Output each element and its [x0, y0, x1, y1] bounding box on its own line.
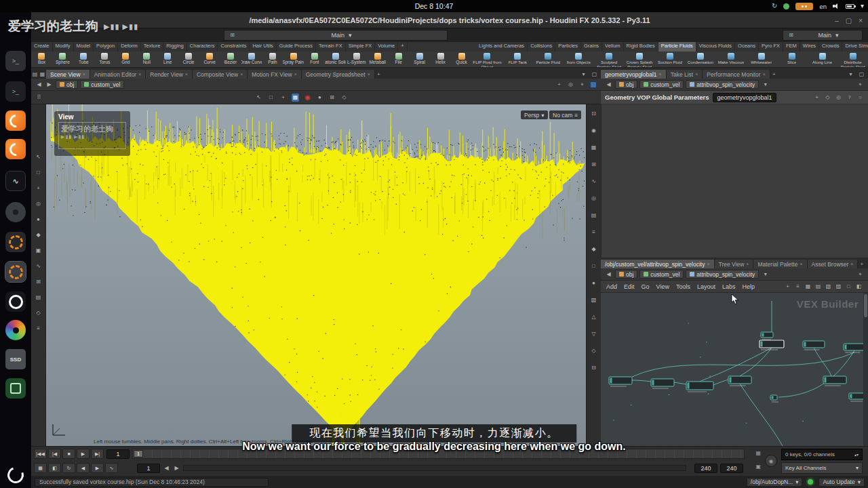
playback-option-button[interactable]: ↻	[62, 463, 75, 473]
params-header-icon[interactable]: ◎	[835, 94, 842, 102]
shelf-tab[interactable]: Create	[31, 42, 53, 52]
range-start-field[interactable]: 1	[137, 464, 160, 473]
close-icon[interactable]: ×	[294, 72, 297, 77]
back-icon[interactable]: ◀	[605, 81, 612, 89]
scene-viewport[interactable]: View 爱学习的老土狗 ▶▮▮ ▶▮▮ Persp ▾ No cam ≡ Le…	[46, 104, 586, 446]
viewport-display-icon[interactable]: ▧	[590, 296, 597, 304]
viewport-tool-icon[interactable]: ↖	[255, 94, 262, 102]
float-pane-icon[interactable]: ▢	[858, 70, 865, 79]
refresh-icon[interactable]: ↻	[772, 3, 777, 9]
obs-icon[interactable]	[5, 291, 26, 312]
network-scrollbar[interactable]	[863, 293, 868, 446]
close-icon[interactable]: ×	[659, 72, 662, 77]
shelf-tab[interactable]: Characters	[187, 42, 218, 52]
chevron-down-icon[interactable]: ▾	[349, 32, 352, 39]
viewport-left-icon[interactable]: ▤	[35, 293, 42, 302]
add-tab-icon[interactable]: +	[375, 70, 382, 79]
pane-tab[interactable]: Motion FX View ×	[248, 70, 301, 79]
viewport-left-icon[interactable]: ⊞	[35, 278, 42, 286]
pane-tab[interactable]: Scene View ×	[46, 70, 90, 79]
menu-item[interactable]: Tools	[676, 283, 690, 290]
menu-item[interactable]: Layout	[697, 283, 715, 290]
menu-item[interactable]: Add	[606, 283, 617, 290]
drag-handle-icon[interactable]: ⠿	[35, 94, 43, 102]
chevron-down-icon[interactable]: ▾	[835, 32, 839, 39]
viewport-tool-icon[interactable]: ●	[316, 94, 323, 102]
shelf-tool[interactable]: Particle Fluid	[533, 52, 564, 67]
forward-icon[interactable]: ▶	[45, 81, 53, 89]
shelf-tool[interactable]: Suction Fluid	[655, 52, 686, 67]
status-dot-icon[interactable]	[783, 3, 789, 9]
menu-item[interactable]: View	[656, 283, 669, 290]
playback-option-button[interactable]: ◧	[48, 463, 61, 473]
node-name-field[interactable]: geometryvopglobal1	[713, 93, 776, 102]
pin-icon[interactable]: ⌖	[856, 81, 864, 89]
launcher-swirl-icon[interactable]	[5, 465, 26, 485]
shelf-tab[interactable]: Rigging	[163, 42, 186, 52]
pane-split-icon[interactable]: ▦	[39, 70, 46, 79]
viewport-left-icon[interactable]: □	[35, 169, 42, 177]
tray-chevron-icon[interactable]: ▾	[861, 3, 864, 9]
step-back-icon[interactable]: ◀	[163, 464, 170, 472]
vop-node-graph[interactable]	[601, 293, 868, 446]
shelf-tool[interactable]: Spray Paint	[283, 52, 304, 67]
update-mode-selector[interactable]: Auto Update ▾	[818, 478, 865, 487]
settings-active-icon[interactable]	[5, 262, 26, 282]
pane-tab[interactable]: Tree View ×	[715, 260, 754, 268]
shelf-tool[interactable]: Distribute Particle Fluid	[837, 52, 868, 67]
shelf-tab[interactable]: Polygon	[94, 42, 118, 52]
shelf-tab[interactable]: Particle Fluids	[658, 42, 696, 52]
shelf-tool[interactable]: Tube	[73, 52, 94, 67]
target-icon[interactable]: ◎	[567, 81, 574, 89]
pane-tab[interactable]: Render View ×	[146, 70, 193, 79]
shelf-tab[interactable]: Crowds	[819, 42, 842, 52]
viewport-tool-icon[interactable]: ◉	[304, 94, 311, 102]
transport-button[interactable]: ■	[62, 449, 75, 459]
viewport-display-icon[interactable]: △	[590, 313, 597, 321]
pane-tab[interactable]: Animation Editor ×	[90, 70, 146, 79]
viewport-display-icon[interactable]: ●	[590, 279, 597, 287]
add-tab-icon[interactable]: +	[858, 260, 865, 268]
ssd-icon[interactable]: SSD	[5, 349, 26, 369]
keyboard-layout[interactable]: en	[819, 3, 827, 10]
viewport-display-icon[interactable]: ⊞	[590, 161, 597, 169]
shelf-tool[interactable]: Bezier	[220, 52, 241, 67]
shelf-tool[interactable]: Whitewater	[746, 52, 776, 67]
shelf-tool[interactable]: File	[388, 52, 409, 67]
menu-item[interactable]: Help	[742, 283, 755, 290]
float-pane-icon[interactable]: ▢	[591, 70, 598, 79]
network-menu-icon[interactable]: ▦	[804, 283, 812, 291]
pane-tab[interactable]: geometryvopglobal1 ×	[601, 70, 667, 79]
pane-group-right[interactable]: ⊞ Main ▾	[783, 30, 863, 41]
viewport-display-icon[interactable]: ▤	[590, 211, 597, 220]
viewport-tool-icon[interactable]: ⊞	[328, 94, 336, 102]
network-menu-icon[interactable]: ▤	[814, 283, 822, 291]
playback-option-button[interactable]: ▦	[34, 463, 47, 473]
transport-button[interactable]: ▶|	[91, 449, 104, 459]
shelf-tab[interactable]: Simple FX	[346, 42, 376, 52]
clock[interactable]: Dec 8 10:47	[415, 2, 454, 10]
viewport-left-icon[interactable]: ↖	[35, 153, 42, 161]
shelf-tool[interactable]: Font	[304, 52, 325, 67]
viewport-display-icon[interactable]: ◆	[590, 245, 597, 253]
audio-app-icon[interactable]: ∿	[5, 171, 26, 191]
shelf-tab[interactable]: Terrain FX	[316, 42, 346, 52]
shelf-tab[interactable]: Guide Process	[277, 42, 316, 52]
camera-persp-button[interactable]: Persp ▾	[521, 110, 548, 119]
viewport-display-icon[interactable]: ◉	[590, 127, 597, 135]
close-icon[interactable]: ×	[859, 17, 863, 24]
shelf-tool[interactable]: Curve	[199, 52, 220, 67]
viewport-display-icon[interactable]: ∿	[590, 178, 597, 186]
houdini-2-icon[interactable]	[5, 139, 26, 159]
params-header-icon[interactable]: ?	[846, 94, 853, 102]
add-tab-icon[interactable]: +	[770, 70, 778, 79]
shelf-tool[interactable]: L-System	[346, 52, 367, 67]
shelf-tool[interactable]: Line	[157, 52, 178, 67]
menu-item[interactable]: Labs	[722, 283, 736, 290]
shelf-tab[interactable]: Drive Simulation	[842, 42, 868, 52]
shelf-tool[interactable]: Quick	[451, 52, 472, 67]
shelf-tool[interactable]: Metaball	[367, 52, 388, 67]
menu-item[interactable]: Edit	[624, 283, 635, 290]
range-slider[interactable]	[183, 465, 686, 471]
color-wheel-icon[interactable]	[5, 320, 26, 340]
